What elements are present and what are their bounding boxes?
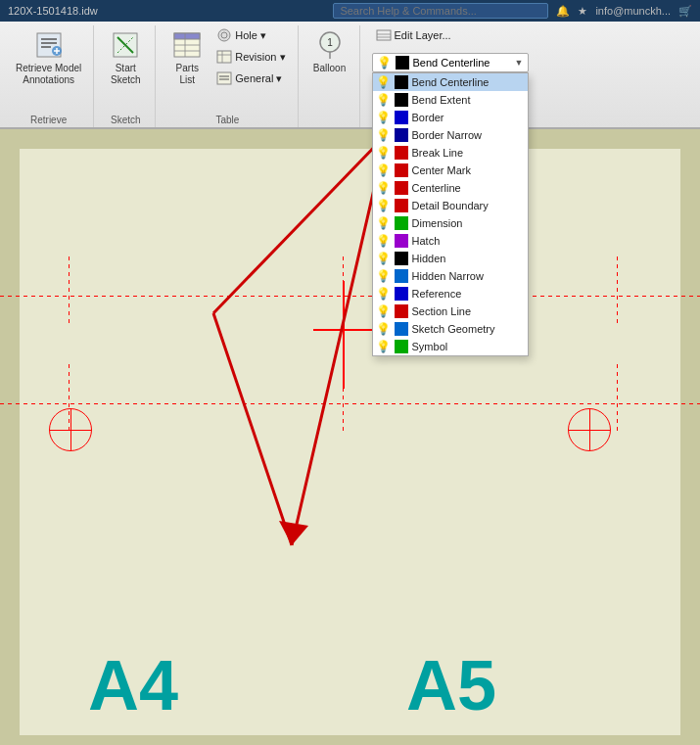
bulb-symbol: 💡 [377, 340, 391, 353]
bulb-icon-selected: 💡 [377, 56, 392, 70]
layer-option-hidden[interactable]: 💡 Hidden [373, 250, 528, 267]
bulb-sketch-geometry: 💡 [377, 322, 391, 336]
cart-icon[interactable]: 🛒 [678, 5, 692, 18]
general-button[interactable]: General ▾ [212, 69, 289, 88]
color-bend-centerline [395, 75, 408, 89]
edit-layer-button[interactable]: Edit Layer... [372, 25, 455, 45]
layer-option-sketch-geometry[interactable]: 💡 Sketch Geometry [373, 320, 528, 338]
balloon-icon: 1 [314, 29, 346, 61]
bulb-break-line: 💡 [377, 146, 391, 160]
layer-option-bend-extent[interactable]: 💡 Bend Extent [373, 91, 528, 109]
svg-rect-26 [377, 30, 391, 40]
section-line-h1 [0, 296, 700, 297]
balloon-button[interactable]: 1 Balloon [308, 25, 351, 78]
hole-button[interactable]: Hole ▾ [212, 25, 289, 45]
layer-option-hidden-narrow[interactable]: 💡 Hidden Narrow [373, 267, 528, 285]
general-icon [216, 70, 232, 86]
layer-option-break-line[interactable]: 💡 Break Line [373, 144, 528, 162]
user-label[interactable]: info@munckh... [595, 5, 671, 17]
balloon-label: Balloon [313, 63, 346, 74]
layer-option-center-mark[interactable]: 💡 Center Mark [373, 162, 528, 179]
color-centerline [395, 181, 408, 195]
table-items: PartsList Hole ▾ [165, 25, 289, 113]
color-bend-extent [395, 93, 408, 107]
layer-option-border-narrow[interactable]: 💡 Border Narrow [373, 126, 528, 144]
color-break-line [395, 146, 408, 160]
parts-list-button[interactable]: PartsList [165, 25, 209, 90]
dropdown-arrow-icon: ▼ [515, 58, 524, 68]
start-sketch-button[interactable]: StartSketch [104, 25, 147, 90]
color-border [395, 111, 408, 124]
layer-option-hatch[interactable]: 💡 Hatch [373, 232, 528, 250]
edit-layer-icon [376, 27, 392, 43]
document-title: 120X-1501418.idw [8, 5, 333, 17]
bulb-detail-boundary: 💡 [377, 199, 391, 212]
label-reference: Reference [412, 288, 524, 300]
bulb-centerline: 💡 [377, 181, 391, 195]
circle-target-a4 [49, 408, 92, 451]
color-section-line [395, 304, 408, 318]
bulb-hidden: 💡 [377, 252, 391, 265]
zone-label-a5: A5 [406, 645, 496, 725]
layer-dropdown-button[interactable]: 💡 Bend Centerline ▼ [372, 53, 529, 72]
circle-target-a5 [568, 408, 611, 451]
layer-option-dimension[interactable]: 💡 Dimension [373, 214, 528, 232]
ribbon-group-layer: Edit Layer... 💡 Bend Centerline ▼ 💡 Bend… [362, 25, 538, 127]
zone-label-a4: A4 [88, 645, 178, 725]
retrieve-items: Retrieve ModelAnnotations [12, 25, 85, 113]
bulb-border: 💡 [377, 111, 391, 124]
bulb-bend-centerline: 💡 [377, 75, 391, 89]
layer-option-bend-centerline[interactable]: 💡 Bend Centerline [373, 73, 528, 91]
color-border-narrow [395, 128, 408, 142]
layer-option-centerline[interactable]: 💡 Centerline [373, 179, 528, 197]
selected-color-swatch [396, 56, 409, 70]
layer-option-section-line[interactable]: 💡 Section Line [373, 303, 528, 320]
label-centerline: Centerline [412, 182, 524, 194]
label-hidden: Hidden [412, 253, 524, 264]
retrieve-icon [33, 29, 65, 61]
table-group-label: Table [215, 113, 239, 125]
search-input[interactable] [333, 3, 548, 19]
layer-option-symbol[interactable]: 💡 Symbol [373, 338, 528, 355]
label-dimension: Dimension [412, 217, 524, 229]
hole-label: Hole ▾ [235, 29, 266, 42]
notifications-icon[interactable]: 🔔 [556, 5, 570, 18]
sketch-icon [110, 29, 141, 61]
layer-option-detail-boundary[interactable]: 💡 Detail Boundary [373, 197, 528, 214]
balloon-items: 1 Balloon [308, 25, 351, 123]
color-center-mark [395, 163, 408, 177]
bulb-dimension: 💡 [377, 216, 391, 230]
color-detail-boundary [395, 199, 408, 212]
bulb-hidden-narrow: 💡 [377, 269, 391, 283]
sketch-group-label: Sketch [111, 113, 141, 125]
top-bar-right: 🔔 ★ info@munckh... 🛒 [556, 5, 692, 18]
revision-icon [216, 49, 232, 65]
label-center-mark: Center Mark [412, 164, 524, 176]
general-label: General ▾ [235, 72, 282, 85]
favorites-icon[interactable]: ★ [578, 5, 587, 18]
svg-text:1: 1 [327, 37, 333, 48]
sketch-items: StartSketch [104, 25, 147, 113]
bulb-reference: 💡 [377, 287, 391, 301]
color-dimension [395, 216, 408, 230]
layer-option-border[interactable]: 💡 Border [373, 109, 528, 126]
ribbon-group-balloon: 1 Balloon [301, 25, 360, 127]
label-section-line: Section Line [412, 305, 524, 317]
color-hidden [395, 252, 408, 265]
section-line-h2 [0, 403, 700, 404]
svg-rect-11 [174, 33, 200, 39]
bulb-center-mark: 💡 [377, 163, 391, 177]
bulb-section-line: 💡 [377, 304, 391, 318]
hole-icon [216, 27, 232, 43]
retrieve-model-button[interactable]: Retrieve ModelAnnotations [12, 25, 85, 90]
label-sketch-geometry: Sketch Geometry [412, 323, 524, 335]
layer-option-reference[interactable]: 💡 Reference [373, 285, 528, 303]
svg-rect-17 [217, 51, 231, 63]
table-col: Hole ▾ Revision ▾ [212, 25, 289, 88]
revision-button[interactable]: Revision ▾ [212, 47, 289, 67]
label-border: Border [412, 112, 524, 123]
hline-1 [313, 329, 377, 331]
bulb-border-narrow: 💡 [377, 128, 391, 142]
bulb-hatch: 💡 [377, 234, 391, 248]
color-sketch-geometry [395, 322, 408, 336]
